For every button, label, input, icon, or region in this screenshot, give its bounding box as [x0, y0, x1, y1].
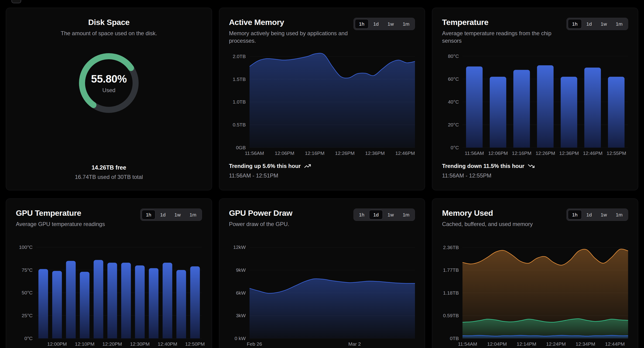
range-1w-button[interactable]: 1w: [383, 19, 398, 29]
disk-free-text: 14.26TB free: [75, 164, 143, 171]
temperature-bar-chart[interactable]: [462, 53, 628, 148]
range-1w-button[interactable]: 1w: [596, 210, 611, 219]
active-memory-x-axis: 11:56AM12:06PM12:16PM12:26PM12:36PM12:46…: [250, 148, 415, 156]
range-1d-button[interactable]: 1d: [369, 210, 383, 219]
gpu-power-x-axis: Feb 26Mar 2: [250, 338, 415, 347]
memory-used-range-selector: 1h 1d 1w 1m: [566, 208, 628, 221]
gpu-power-title: GPU Power Draw: [229, 208, 292, 218]
range-1m-button[interactable]: 1m: [612, 19, 627, 29]
range-1h-button[interactable]: 1h: [568, 210, 582, 219]
range-1m-button[interactable]: 1m: [398, 19, 414, 29]
range-1w-button[interactable]: 1w: [383, 210, 398, 219]
temperature-range-text: 11:56AM - 12:55PM: [442, 172, 628, 179]
active-memory-trend-text: Trending up 5.6% this hour: [229, 163, 301, 169]
range-1h-button[interactable]: 1h: [355, 210, 368, 219]
temperature-trend-text: Trending down 11.5% this hour: [442, 163, 524, 169]
gpu-temperature-range-selector: 1h 1d 1w 1m: [140, 208, 202, 221]
memory-used-x-axis: 11:54AM12:04PM12:14PM12:24PM12:34PM12:44…: [462, 338, 628, 347]
trending-down-icon: [528, 163, 535, 170]
range-1h-button[interactable]: 1h: [142, 210, 156, 219]
sidebar-toggle-button[interactable]: [12, 0, 21, 3]
memory-used-y-axis: 2.36TB1.77TB1.18TB0.59TB0TB: [442, 243, 462, 338]
active-memory-y-axis: 2.0TB1.5TB1.0TB0.5TB0GB: [229, 53, 250, 148]
active-memory-range-selector: 1h 1d 1w 1m: [354, 18, 415, 30]
active-memory-subtitle: Memory actively being used by applicatio…: [229, 30, 354, 44]
temperature-subtitle: Average temperature readings from the ch…: [442, 30, 566, 44]
memory-used-title: Memory Used: [442, 208, 533, 218]
gpu-temperature-y-axis: 100°C75°C50°C25°C0°C: [16, 243, 36, 338]
range-1m-button[interactable]: 1m: [185, 210, 200, 219]
dashboard-grid: Disk Space The amount of space used on t…: [0, 0, 644, 348]
memory-used-area-chart[interactable]: [462, 243, 628, 338]
memory-used-subtitle: Cached, buffered, and used memory: [442, 220, 533, 228]
temperature-title: Temperature: [442, 18, 566, 27]
temperature-x-axis: 11:56AM12:06PM12:16PM12:26PM12:36PM12:46…: [462, 148, 628, 156]
range-1m-button[interactable]: 1m: [612, 210, 627, 219]
disk-usage-donut-chart: 55.80% Used: [78, 53, 139, 114]
trending-up-icon: [304, 163, 311, 170]
range-1h-button[interactable]: 1h: [355, 19, 368, 29]
range-1h-button[interactable]: 1h: [568, 19, 582, 29]
gpu-temperature-title: GPU Temperature: [16, 208, 105, 218]
temperature-y-axis: 80°C60°C40°C20°C0°C: [442, 53, 462, 148]
active-memory-range-text: 11:56AM - 12:51PM: [229, 172, 415, 179]
range-1w-button[interactable]: 1w: [596, 19, 611, 29]
active-memory-area-chart[interactable]: [250, 53, 415, 148]
card-gpu-temperature: GPU Temperature Average GPU temperature …: [6, 198, 212, 348]
temperature-range-selector: 1h 1d 1w 1m: [566, 18, 628, 30]
range-1m-button[interactable]: 1m: [398, 210, 414, 219]
gpu-power-area-chart[interactable]: [250, 243, 415, 338]
disk-space-subtitle: The amount of space used on the disk.: [61, 30, 157, 37]
card-gpu-power-draw: GPU Power Draw Power draw of the GPU. 1h…: [219, 198, 425, 348]
card-active-memory: Active Memory Memory actively being used…: [219, 8, 425, 190]
gpu-temperature-bar-chart[interactable]: [36, 243, 202, 338]
gpu-temperature-subtitle: Average GPU temperature readings: [16, 220, 105, 228]
gpu-power-y-axis: 12kW9kW6kW3kW0 kW: [229, 243, 250, 338]
gpu-power-subtitle: Power draw of the GPU.: [229, 220, 292, 228]
range-1d-button[interactable]: 1d: [369, 19, 383, 29]
card-memory-used: Memory Used Cached, buffered, and used m…: [432, 198, 638, 348]
gpu-temperature-x-axis: 12:00PM12:10PM12:20PM12:30PM12:40PM12:50…: [36, 338, 202, 347]
range-1d-button[interactable]: 1d: [582, 19, 596, 29]
active-memory-title: Active Memory: [229, 18, 354, 27]
card-disk-space: Disk Space The amount of space used on t…: [6, 8, 212, 190]
gpu-power-range-selector: 1h 1d 1w 1m: [354, 208, 415, 221]
disk-detail-text: 16.74TB used of 30TB total: [75, 174, 143, 180]
disk-space-title: Disk Space: [61, 18, 157, 27]
range-1d-button[interactable]: 1d: [582, 210, 596, 219]
range-1w-button[interactable]: 1w: [170, 210, 185, 219]
range-1d-button[interactable]: 1d: [156, 210, 170, 219]
card-temperature: Temperature Average temperature readings…: [432, 8, 638, 190]
